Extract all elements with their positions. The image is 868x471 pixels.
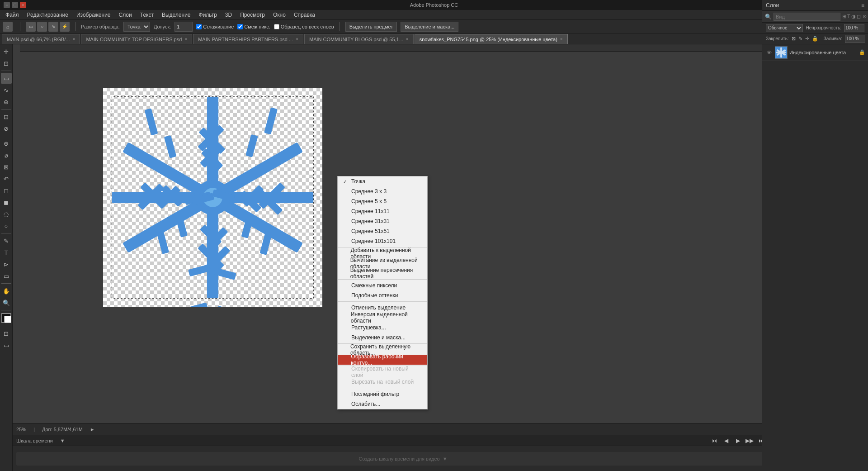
options-separator-3 bbox=[340, 22, 340, 31]
ctx-avg51[interactable]: Среднее 51x51 bbox=[338, 226, 427, 236]
tool-mode[interactable]: ⊡ bbox=[1, 328, 12, 339]
home-button[interactable]: ⌂ bbox=[3, 22, 13, 32]
timeline-create-btn[interactable]: Создать шкалу времени для видео ▼ bbox=[16, 452, 790, 466]
tab-partnerships[interactable]: MAIN PARTNERSHIPS PARTNERS.psd ... × bbox=[193, 34, 303, 44]
tab-close-snowflakes[interactable]: × bbox=[560, 37, 563, 42]
ctx-make-path[interactable]: Образовать рабочий контур... bbox=[338, 355, 427, 365]
tool-select-ellipse[interactable]: ○ bbox=[37, 22, 47, 32]
ctx-inverse[interactable]: Инверсия выделенной области bbox=[338, 313, 427, 323]
tool-blur[interactable]: ◌ bbox=[1, 209, 12, 219]
tool-hand[interactable]: ✋ bbox=[1, 285, 12, 296]
ctx-similar-tone[interactable]: Подобные оттенки bbox=[338, 290, 427, 300]
tool-zoom[interactable]: 🔍 bbox=[1, 297, 12, 308]
select-subject-button[interactable]: Выделить предмет bbox=[345, 22, 397, 32]
timeline-collapse[interactable]: ▼ bbox=[60, 438, 65, 443]
tool-eyedropper[interactable]: ⊘ bbox=[1, 123, 12, 134]
tool-eraser[interactable]: ◻ bbox=[1, 185, 12, 196]
menu-filter[interactable]: Фильтр bbox=[195, 11, 221, 19]
ctx-avg3[interactable]: Среднее 3 x 3 bbox=[338, 186, 427, 196]
tool-history-brush[interactable]: ↶ bbox=[1, 173, 12, 184]
tool-crop[interactable]: ⊡ bbox=[1, 111, 12, 122]
minimize-button[interactable]: − bbox=[4, 2, 10, 8]
ctx-label-fade: Ослабить... bbox=[351, 401, 380, 407]
tool-artboard[interactable]: ⊡ bbox=[1, 58, 12, 69]
tool-gradient[interactable]: ◼ bbox=[1, 197, 12, 208]
layer-visibility[interactable]: 👁 bbox=[765, 48, 773, 57]
menu-view[interactable]: Просмотр bbox=[236, 11, 269, 19]
foreground-color[interactable] bbox=[1, 313, 11, 323]
ctx-fade[interactable]: Ослабить... bbox=[338, 399, 427, 409]
tl-first-frame[interactable]: ⏮ bbox=[709, 436, 719, 446]
toolbar-sep-1 bbox=[1, 71, 11, 71]
tool-pen[interactable]: ✎ bbox=[1, 235, 12, 246]
ctx-last-filter[interactable]: Последний фильтр bbox=[338, 389, 427, 399]
ctx-check-point: ✓ bbox=[343, 179, 349, 184]
background-color[interactable] bbox=[4, 316, 11, 323]
ctx-copy-layer[interactable]: Скопировать на новый слой bbox=[338, 367, 427, 377]
all-layers-checkbox[interactable] bbox=[274, 24, 279, 29]
menu-3d[interactable]: 3D bbox=[222, 11, 236, 19]
tool-lasso[interactable]: ∿ bbox=[1, 85, 12, 95]
tl-play[interactable]: ▶ bbox=[733, 436, 743, 446]
menu-edit[interactable]: Редактирование bbox=[24, 11, 72, 19]
menu-image[interactable]: Изображение bbox=[73, 11, 114, 19]
ctx-avg5[interactable]: Среднее 5 x 5 bbox=[338, 196, 427, 206]
tab-close-community-top[interactable]: × bbox=[184, 37, 187, 42]
tab-blogs[interactable]: MAIN COMMUNITY BLOGS.psd @ 55,1... × bbox=[304, 34, 414, 44]
ctx-cut-layer[interactable]: Вырезать на новый слой bbox=[338, 377, 427, 387]
tool-shapes[interactable]: ▭ bbox=[1, 271, 12, 281]
tl-prev-frame[interactable]: ◀ bbox=[721, 436, 731, 446]
tool-heal[interactable]: ⊕ bbox=[1, 138, 12, 149]
tab-close-main[interactable]: × bbox=[73, 37, 75, 42]
tl-next-frame[interactable]: ▶▶ bbox=[745, 436, 755, 446]
tab-main-psd[interactable]: MAIN.psd @ 66,7% (RGB/... × bbox=[2, 34, 80, 44]
menu-file[interactable]: Файл bbox=[2, 11, 23, 19]
menu-text[interactable]: Текст bbox=[137, 11, 157, 19]
tab-label-snowflakes: snowflakes_PNG7545.png @ 25% (Индексиров… bbox=[420, 37, 557, 42]
tool-frame[interactable]: ▭ bbox=[1, 340, 12, 351]
tolerance-input[interactable] bbox=[175, 22, 193, 32]
tool-clone[interactable]: ⊠ bbox=[1, 162, 12, 172]
canvas[interactable] bbox=[103, 88, 322, 307]
tool-quick-select[interactable]: ⊕ bbox=[1, 96, 12, 107]
menu-help[interactable]: Справка bbox=[290, 11, 319, 19]
ctx-select-mask[interactable]: Выделение и маска... bbox=[338, 333, 427, 343]
svg-rect-35 bbox=[156, 227, 169, 254]
ctx-feather[interactable]: Растушевка... bbox=[338, 323, 427, 333]
select-mask-button[interactable]: Выделение и маска... bbox=[401, 22, 458, 32]
contiguous-checkbox[interactable] bbox=[237, 24, 243, 29]
menu-window[interactable]: Окно bbox=[269, 11, 289, 19]
tool-type[interactable]: T bbox=[1, 247, 12, 258]
tool-select-magic[interactable]: ⚡ bbox=[60, 22, 70, 32]
tool-marquee[interactable]: ▭ bbox=[1, 73, 12, 84]
tab-close-partnerships[interactable]: × bbox=[296, 37, 298, 42]
size-select[interactable]: Точка bbox=[123, 22, 150, 32]
ctx-avg11[interactable]: Среднее 11x11 bbox=[338, 206, 427, 216]
close-button[interactable]: × bbox=[20, 2, 26, 8]
tab-community-top[interactable]: MAIN COMMUNITY TOP DESIGNERS.psd × bbox=[81, 34, 192, 44]
menu-layers[interactable]: Слои bbox=[115, 11, 136, 19]
tab-snowflakes[interactable]: snowflakes_PNG7545.png @ 25% (Индексиров… bbox=[415, 34, 568, 44]
ctx-label-last-filter: Последний фильтр bbox=[351, 391, 399, 397]
menu-select[interactable]: Выделение bbox=[158, 11, 194, 19]
tab-close-blogs[interactable]: × bbox=[406, 37, 409, 42]
tool-path-select[interactable]: ⊳ bbox=[1, 259, 12, 270]
doc-info-arrow[interactable]: ► bbox=[90, 427, 95, 432]
ctx-intersect-sel[interactable]: Выделение пересечения областей bbox=[338, 268, 427, 278]
layer-row-indexed[interactable]: 👁 Индексированные цвета 🔒 bbox=[762, 44, 868, 61]
toolbar-sep-7 bbox=[1, 326, 11, 326]
ctx-label-select-mask: Выделение и маска... bbox=[351, 334, 406, 341]
tool-dodge[interactable]: ○ bbox=[1, 220, 12, 231]
ctx-point[interactable]: ✓ Точка bbox=[338, 176, 427, 186]
tool-select-rect[interactable]: ▭ bbox=[26, 22, 36, 32]
tool-move[interactable]: ✛ bbox=[1, 46, 12, 57]
maximize-button[interactable]: □ bbox=[12, 2, 18, 8]
toolbar-sep-3 bbox=[1, 136, 11, 136]
tool-brush[interactable]: ⌀ bbox=[1, 150, 12, 161]
anti-alias-checkbox[interactable] bbox=[196, 24, 202, 29]
ctx-avg31[interactable]: Среднее 31x31 bbox=[338, 216, 427, 226]
tool-select-lasso[interactable]: ∿ bbox=[48, 22, 58, 32]
ctx-avg101[interactable]: Среднее 101x101 bbox=[338, 236, 427, 246]
ctx-similar-px[interactable]: Смежные пиксели bbox=[338, 281, 427, 290]
svg-rect-23 bbox=[264, 107, 278, 134]
